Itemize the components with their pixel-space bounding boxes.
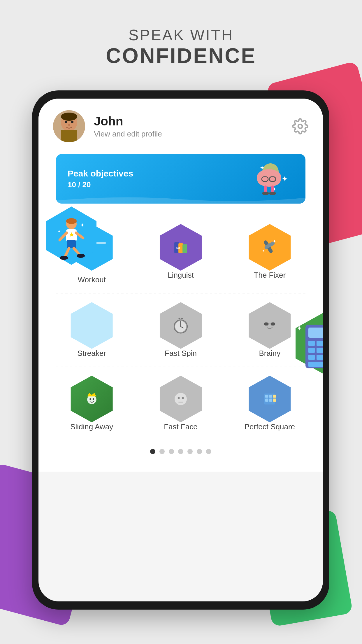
achievement-fastspin[interactable]: Fast Spin <box>136 293 225 367</box>
peak-text: Peak objectives 10 / 20 <box>68 169 133 189</box>
achievement-linguist-label: Linguist <box>168 271 194 280</box>
svg-rect-52 <box>271 323 275 326</box>
phone-screen: John View and edit profile Peak objectiv… <box>38 99 323 601</box>
achievement-fastface-label: Fast Face <box>164 422 198 431</box>
svg-point-29 <box>77 254 85 258</box>
svg-point-28 <box>60 256 68 260</box>
svg-rect-2 <box>61 130 77 142</box>
achievement-workout[interactable]: ✦ ✦ Workout <box>47 215 136 293</box>
svg-point-18 <box>262 192 269 195</box>
svg-rect-51 <box>264 323 269 326</box>
bottom-nav-area <box>38 460 323 472</box>
pagination-dot-5[interactable] <box>187 449 193 454</box>
svg-rect-69 <box>308 362 323 367</box>
svg-text:AB: AB <box>176 246 180 249</box>
svg-text:✦: ✦ <box>57 229 61 234</box>
svg-rect-86 <box>265 399 268 402</box>
pagination-dot-6[interactable] <box>197 449 202 454</box>
achievement-fixer[interactable]: ✦ ✦ The Fixer <box>225 215 314 293</box>
pagination-dot-1[interactable] <box>150 449 155 454</box>
svg-rect-47 <box>180 319 182 321</box>
header-line2: CONFIDENCE <box>0 44 362 68</box>
achievement-streaker[interactable]: Streaker <box>47 293 136 367</box>
achievement-workout-label: Workout <box>78 275 106 284</box>
achievement-sliding-label: Sliding Away <box>70 422 113 431</box>
header-line1: SPEAK WITH <box>0 26 362 44</box>
header: SPEAK WITH CONFIDENCE <box>0 26 362 68</box>
achievements-row3: Sliding Away <box>47 367 314 440</box>
achievement-brainy-label: Brainy <box>259 349 280 358</box>
svg-rect-61 <box>308 348 315 353</box>
achievement-brainy[interactable]: Brainy <box>225 293 314 367</box>
peak-title: Peak objectives <box>68 169 133 178</box>
settings-icon[interactable] <box>292 118 308 134</box>
svg-rect-56 <box>308 328 323 338</box>
profile-name: John <box>94 114 283 128</box>
svg-point-32 <box>66 218 77 224</box>
svg-point-7 <box>298 124 302 128</box>
achievement-streaker-label: Streaker <box>78 349 106 358</box>
peak-illustration: ✦ ✦ ✦ <box>247 163 294 195</box>
pagination-dot-2[interactable] <box>159 449 165 454</box>
svg-rect-65 <box>308 355 315 360</box>
svg-marker-75 <box>87 393 96 396</box>
peak-progress: 10 / 20 <box>68 180 133 189</box>
screen-content[interactable]: John View and edit profile Peak objectiv… <box>38 99 323 601</box>
pagination-dots <box>38 440 323 460</box>
svg-rect-66 <box>317 355 323 360</box>
achievements-container: ✦ ✦ Workout <box>38 215 323 440</box>
svg-rect-84 <box>269 395 273 398</box>
svg-rect-58 <box>317 341 323 346</box>
svg-point-3 <box>61 113 77 121</box>
profile-section[interactable]: John View and edit profile <box>38 99 323 151</box>
svg-rect-88 <box>273 399 276 402</box>
svg-rect-85 <box>273 395 276 398</box>
svg-point-77 <box>92 398 94 400</box>
svg-point-76 <box>89 398 91 400</box>
svg-point-12 <box>257 174 281 187</box>
pagination-dot-3[interactable] <box>169 449 174 454</box>
svg-point-5 <box>71 121 73 123</box>
svg-rect-83 <box>265 395 268 398</box>
svg-rect-57 <box>308 341 315 346</box>
achievement-sliding-away[interactable]: Sliding Away <box>47 367 136 440</box>
phone-frame: John View and edit profile Peak objectiv… <box>32 90 329 610</box>
svg-text:✦: ✦ <box>273 239 276 244</box>
svg-point-19 <box>269 192 276 195</box>
achievement-fixer-label: The Fixer <box>254 271 286 280</box>
pagination-dot-4[interactable] <box>178 449 183 454</box>
achievement-fast-face[interactable]: Fast Face <box>136 367 225 440</box>
svg-point-4 <box>65 121 67 123</box>
achievement-perfectsquare-label: Perfect Square <box>245 422 295 431</box>
svg-point-78 <box>175 393 187 405</box>
svg-point-80 <box>182 397 184 399</box>
achievement-linguist[interactable]: AB Linguist <box>136 215 225 293</box>
peak-banner[interactable]: Peak objectives 10 / 20 ✦ ✦ ✦ <box>56 154 305 204</box>
svg-rect-87 <box>269 399 273 402</box>
achievements-row1: ✦ ✦ Workout <box>47 215 314 293</box>
svg-rect-37 <box>182 244 187 253</box>
svg-rect-62 <box>317 348 323 353</box>
avatar[interactable] <box>53 110 85 142</box>
svg-point-79 <box>178 397 180 399</box>
svg-text:✦: ✦ <box>80 222 85 228</box>
profile-info: John View and edit profile <box>94 114 283 139</box>
svg-point-6 <box>68 124 70 126</box>
profile-subtitle[interactable]: View and edit profile <box>94 130 283 139</box>
achievement-fastspin-label: Fast Spin <box>165 349 197 358</box>
svg-text:✦: ✦ <box>297 325 302 332</box>
achievements-row2: Streaker <box>47 293 314 367</box>
svg-text:✦: ✦ <box>262 249 265 253</box>
pagination-dot-7[interactable] <box>206 449 211 454</box>
